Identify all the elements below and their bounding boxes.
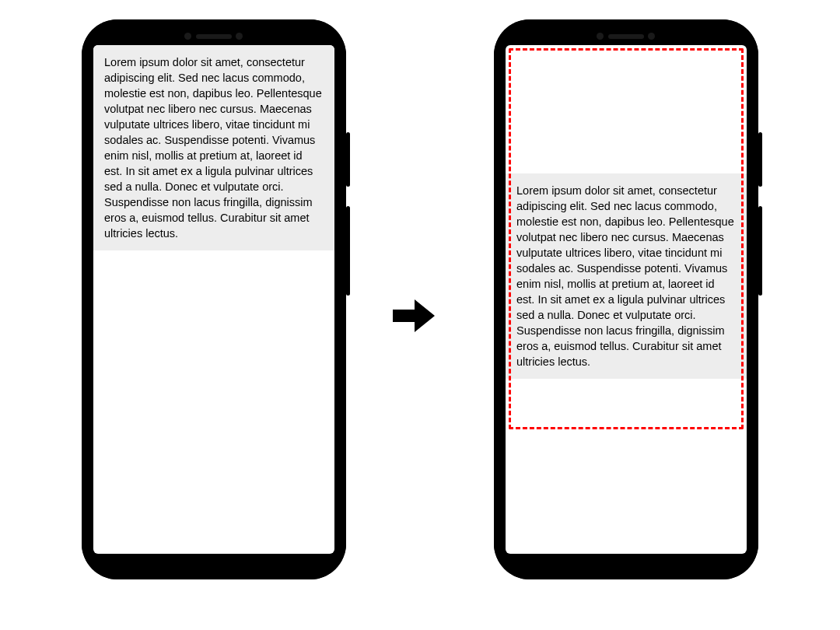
diagram-stage: Lorem ipsum dolor sit amet, consectetur … (0, 0, 840, 630)
screen-before: Lorem ipsum dolor sit amet, consectetur … (93, 45, 334, 554)
phone-body: Lorem ipsum dolor sit amet, consectetur … (501, 26, 751, 572)
front-camera-icon (236, 33, 243, 40)
volume-button (346, 206, 350, 296)
sensor-icon (184, 33, 191, 40)
text-block-before: Lorem ipsum dolor sit amet, consectetur … (93, 45, 334, 250)
front-camera-icon (648, 33, 655, 40)
speaker-grille (608, 34, 644, 39)
phone-body: Lorem ipsum dolor sit amet, consectetur … (89, 26, 339, 572)
svg-marker-0 (393, 299, 435, 332)
power-button (346, 132, 350, 187)
phone-before: Lorem ipsum dolor sit amet, consectetur … (82, 19, 346, 579)
volume-button (758, 206, 762, 296)
phone-after: Lorem ipsum dolor sit amet, consectetur … (494, 19, 758, 579)
arrow-right-icon (393, 299, 435, 332)
power-button (758, 132, 762, 187)
speaker-grille (196, 34, 232, 39)
sensor-icon (597, 33, 604, 40)
screen-after: Lorem ipsum dolor sit amet, consectetur … (506, 45, 747, 554)
constraint-bounds-overlay (509, 48, 744, 429)
